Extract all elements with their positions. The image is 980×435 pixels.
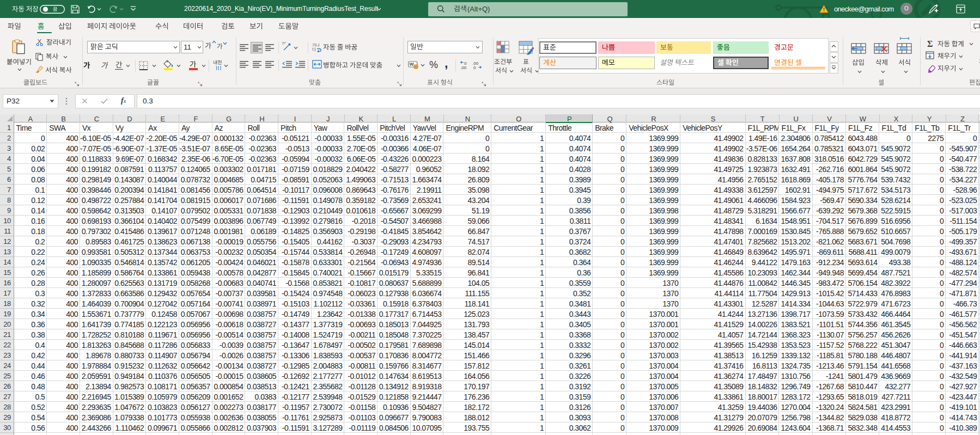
svg-text:0: 0 <box>473 65 476 70</box>
svg-text:.00: .00 <box>460 65 467 70</box>
svg-text:₩: ₩ <box>409 62 413 67</box>
